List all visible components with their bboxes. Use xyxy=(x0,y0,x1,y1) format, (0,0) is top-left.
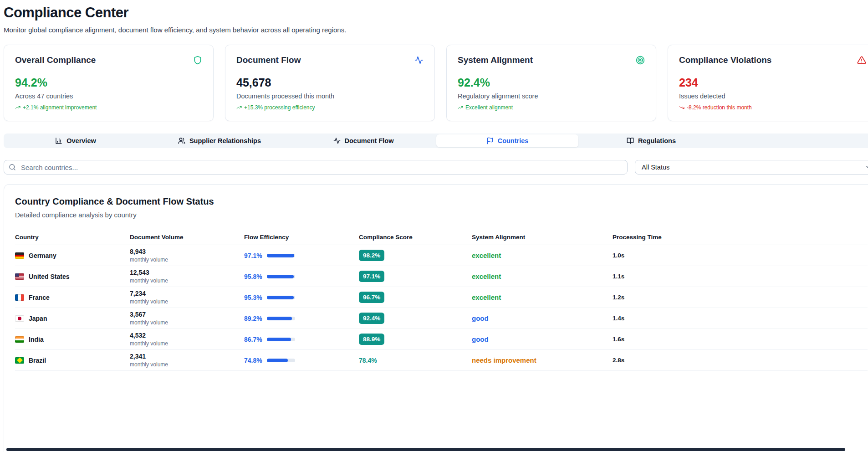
country-table: CountryDocument VolumeFlow EfficiencyCom… xyxy=(15,230,868,371)
flow-efficiency-value: 97.1% xyxy=(244,252,262,259)
compliance-score-badge: 88.9% xyxy=(359,334,384,345)
flow-efficiency-value: 86.7% xyxy=(244,336,262,343)
volume-value: 4,532 xyxy=(130,332,244,340)
stat-card-title: Document Flow xyxy=(236,55,301,65)
system-alignment-cell: excellent xyxy=(472,272,613,280)
country-status-panel: Country Compliance & Document Flow Statu… xyxy=(4,184,868,452)
tab-regulations[interactable]: Regulations xyxy=(579,134,723,148)
tab-label: Countries xyxy=(498,137,529,144)
country-cell: India xyxy=(15,336,130,343)
compliance-score-badge: 96.7% xyxy=(359,292,384,303)
stat-card-title: Compliance Violations xyxy=(679,55,771,65)
compliance-score-badge: 98.2% xyxy=(359,250,384,261)
country-name: Brazil xyxy=(29,357,46,364)
page-title: Compliance Center xyxy=(4,5,868,21)
activity-icon xyxy=(414,56,424,65)
compliance-score-cell: 97.1% xyxy=(359,271,472,282)
trending-up-icon xyxy=(236,105,242,110)
flow-efficiency-value: 95.3% xyxy=(244,294,262,301)
alert-triangle-icon xyxy=(857,56,866,65)
flag-us-icon xyxy=(15,273,24,280)
compliance-score-cell: 92.4% xyxy=(359,313,472,324)
flow-efficiency-cell: 74.8% xyxy=(244,357,359,364)
panel-subtitle: Detailed compliance analysis by country xyxy=(15,211,868,219)
compliance-score-text: 78.4% xyxy=(359,357,377,364)
stat-card-trend: Excellent alignment xyxy=(458,104,645,111)
panel-title: Country Compliance & Document Flow Statu… xyxy=(15,196,868,207)
country-name: Japan xyxy=(29,315,47,322)
filter-row: All Status xyxy=(4,160,868,175)
stat-card-title: Overall Compliance xyxy=(15,55,96,65)
country-row[interactable]: France7,234monthly volume95.3%96.7%excel… xyxy=(15,287,868,308)
stat-card-trend: +2.1% alignment improvement xyxy=(15,104,202,111)
tab-list: OverviewSupplier RelationshipsDocument F… xyxy=(4,134,868,148)
volume-cell: 8,943monthly volume xyxy=(130,248,244,263)
table-body: Germany8,943monthly volume97.1%98.2%exce… xyxy=(15,245,868,371)
volume-caption: monthly volume xyxy=(130,340,244,347)
horizontal-scrollbar-thumb[interactable] xyxy=(6,448,845,451)
volume-cell: 7,234monthly volume xyxy=(130,290,244,305)
trending-down-icon xyxy=(679,105,684,110)
country-cell: Japan xyxy=(15,315,130,322)
tab-bar: OverviewSupplier RelationshipsDocument F… xyxy=(4,134,868,148)
activity-icon xyxy=(333,137,341,144)
stat-card-trend-text: +2.1% alignment improvement xyxy=(23,104,97,111)
stat-card: Compliance Violations234Issues detected-… xyxy=(668,45,868,121)
tab-countries[interactable]: Countries xyxy=(436,134,578,147)
country-row[interactable]: Brazil2,341monthly volume74.8%78.4%needs… xyxy=(15,350,868,371)
processing-time-cell: 1.4s xyxy=(613,315,868,322)
flow-efficiency-bar xyxy=(267,275,295,278)
column-header: Compliance Score xyxy=(359,234,472,241)
table-header-row: CountryDocument VolumeFlow EfficiencyCom… xyxy=(15,230,868,245)
users-icon xyxy=(178,137,185,144)
country-name: Germany xyxy=(29,252,56,259)
volume-cell: 2,341monthly volume xyxy=(130,353,244,368)
system-alignment-cell: excellent xyxy=(472,252,613,259)
flow-efficiency-bar xyxy=(267,317,295,320)
page-subtitle: Monitor global compliance alignment, doc… xyxy=(4,26,868,34)
volume-cell: 12,543monthly volume xyxy=(130,269,244,284)
stat-card-value: 94.2% xyxy=(15,76,202,89)
flag-icon xyxy=(486,137,494,144)
volume-cell: 3,567monthly volume xyxy=(130,311,244,326)
volume-value: 2,341 xyxy=(130,353,244,361)
search-input[interactable] xyxy=(4,160,628,175)
stat-card-trend: +15.3% processing efficiency xyxy=(236,104,424,111)
flow-efficiency-value: 89.2% xyxy=(244,315,262,322)
status-filter-label: All Status xyxy=(642,164,669,171)
flow-efficiency-cell: 95.3% xyxy=(244,294,359,301)
column-header: Country xyxy=(15,234,130,241)
tab-supplier-relationships[interactable]: Supplier Relationships xyxy=(148,134,291,148)
flag-jp-icon xyxy=(15,315,24,322)
country-name: France xyxy=(29,294,50,301)
trending-up-icon xyxy=(458,105,463,110)
book-open-icon xyxy=(627,137,634,144)
search-icon xyxy=(9,164,16,171)
status-filter-select[interactable]: All Status xyxy=(635,160,868,175)
stat-card-trend: -8.2% reduction this month xyxy=(679,104,866,111)
country-name: United States xyxy=(29,273,69,280)
system-alignment-cell: needs improvement xyxy=(472,356,613,364)
country-row[interactable]: Germany8,943monthly volume97.1%98.2%exce… xyxy=(15,245,868,266)
country-row[interactable]: United States12,543monthly volume95.8%97… xyxy=(15,266,868,287)
flow-efficiency-cell: 89.2% xyxy=(244,315,359,322)
flow-efficiency-bar xyxy=(267,254,295,257)
flag-br-icon xyxy=(15,357,24,364)
stats-row: Overall Compliance94.2%Across 47 countri… xyxy=(4,45,868,121)
tab-document-flow[interactable]: Document Flow xyxy=(291,134,435,148)
compliance-score-cell: 78.4% xyxy=(359,356,472,365)
volume-caption: monthly volume xyxy=(130,319,244,326)
tab-overview[interactable]: Overview xyxy=(4,134,148,148)
target-icon xyxy=(636,56,645,65)
stat-card: Document Flow45,678Documents processed t… xyxy=(225,45,435,121)
volume-value: 12,543 xyxy=(130,269,244,277)
country-name: India xyxy=(29,336,44,343)
flow-efficiency-value: 95.8% xyxy=(244,273,262,280)
country-row[interactable]: Japan3,567monthly volume89.2%92.4%good1.… xyxy=(15,308,868,329)
stat-card: Overall Compliance94.2%Across 47 countri… xyxy=(4,45,214,121)
country-cell: Germany xyxy=(15,252,130,259)
compliance-score-badge: 97.1% xyxy=(359,271,384,282)
trending-up-icon xyxy=(15,105,20,110)
country-row[interactable]: India4,532monthly volume86.7%88.9%good1.… xyxy=(15,329,868,350)
volume-caption: monthly volume xyxy=(130,361,244,368)
